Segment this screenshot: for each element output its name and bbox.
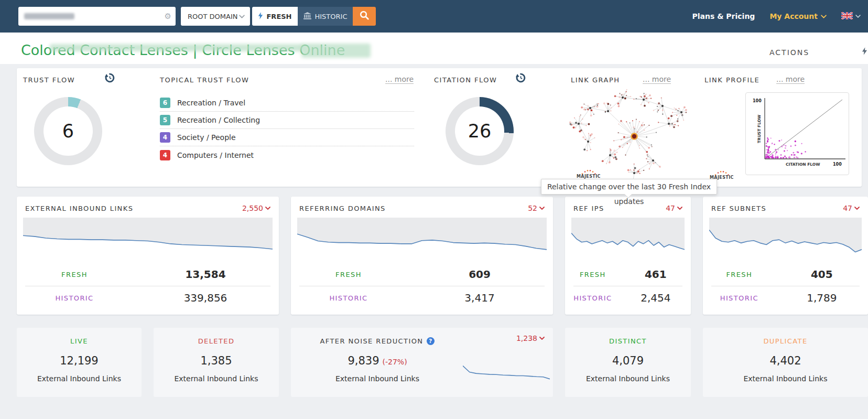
fresh-index-tooltip: Relative change over the last 30 Fresh I… xyxy=(541,179,717,195)
topic-score-badge: 5 xyxy=(160,115,170,125)
citation-flow-history-icon[interactable] xyxy=(516,73,526,85)
topic-label: Recreation / Travel xyxy=(177,99,245,107)
topical-row[interactable]: 4 Computers / Internet xyxy=(160,146,414,164)
live-links-card: LIVE 12,199 External Inbound Links xyxy=(17,328,142,397)
stat-label: DISTINCT xyxy=(609,337,647,345)
delta-dropdown[interactable]: 52 xyxy=(528,204,545,212)
trend-sparkline xyxy=(709,218,862,259)
svg-text:100: 100 xyxy=(833,162,842,167)
delta-dropdown[interactable]: 2,550 xyxy=(242,204,270,212)
historic-label: HISTORIC xyxy=(55,294,93,302)
topic-score-badge: 4 xyxy=(160,132,170,143)
topic-label: Computers / Internet xyxy=(177,151,254,159)
delta-dropdown[interactable]: 47 xyxy=(666,204,682,212)
my-account-menu[interactable]: My Account xyxy=(769,12,827,20)
chevron-down-icon xyxy=(854,207,860,210)
stat-caption: External Inbound Links xyxy=(565,374,691,383)
stat-caption: External Inbound Links xyxy=(17,374,142,383)
bank-icon xyxy=(303,12,311,21)
chevron-down-icon xyxy=(239,15,245,18)
lightning-icon xyxy=(258,12,263,21)
stat-label: DELETED xyxy=(198,337,235,345)
delta-dropdown[interactable]: 1,238 xyxy=(516,334,545,342)
stat-caption: External Inbound Links xyxy=(291,374,464,383)
link-graph-title: LINK GRAPH xyxy=(571,76,620,84)
duplicate-links-card: DUPLICATE 4,402 External Inbound Links xyxy=(703,328,868,397)
link-graph-more-link[interactable]: ... more xyxy=(643,75,671,84)
scope-select-label: ROOT DOMAIN xyxy=(188,13,237,20)
site-search-input[interactable] xyxy=(18,7,176,26)
gear-icon[interactable]: ⚙ xyxy=(165,11,171,22)
fresh-index-button[interactable]: FRESH xyxy=(252,7,298,26)
referring-domains-card: REFERRING DOMAINS 52 FRESH 609 HISTORIC … xyxy=(291,197,553,315)
stat-caption: External Inbound Links xyxy=(703,374,868,383)
stat-value: 12,199 xyxy=(17,354,142,367)
language-selector[interactable] xyxy=(841,12,861,22)
topical-trust-flow-list: 6 Recreation / Travel 5 Recreation / Col… xyxy=(160,94,414,164)
topical-row[interactable]: 5 Recreation / Collecting xyxy=(160,112,414,129)
page-header: Colored Contact Lenses | Circle Lenses O… xyxy=(0,33,868,64)
trend-sparkline xyxy=(571,218,685,259)
historic-label: HISTORIC xyxy=(573,294,612,302)
majestic-logo: MAJESTIC xyxy=(577,170,601,179)
my-account-label: My Account xyxy=(769,12,818,20)
trust-flow-value: 6 xyxy=(62,121,74,142)
search-icon xyxy=(360,10,369,22)
historic-label: HISTORIC xyxy=(720,294,758,302)
stat-label: DUPLICATE xyxy=(763,337,807,345)
link-graph-canvas xyxy=(556,84,702,181)
link-profile-chart: 100 TRUST FLOW CITATION FLOW 100 xyxy=(745,92,849,175)
card-title: REF SUBNETS xyxy=(711,205,766,212)
fresh-label: FRESH xyxy=(335,271,362,278)
noise-reduction-card: AFTER NOISE REDUCTION ? 9,839(-27%) Exte… xyxy=(291,328,553,397)
fresh-label: FRESH xyxy=(726,271,752,278)
delta-dropdown[interactable]: 47 xyxy=(843,204,860,212)
question-icon[interactable]: ? xyxy=(427,337,435,345)
trust-flow-donut: 6 xyxy=(34,97,102,165)
trust-flow-history-icon[interactable] xyxy=(105,73,115,85)
uk-flag-icon xyxy=(841,12,853,22)
historic-value: 2,454 xyxy=(641,292,670,304)
topical-row[interactable]: 6 Recreation / Travel xyxy=(160,94,414,112)
trust-flow-title: TRUST FLOW xyxy=(23,76,75,84)
stat-value: 1,385 xyxy=(154,354,279,367)
link-profile-canvas: 100 TRUST FLOW CITATION FLOW 100 xyxy=(746,93,849,175)
historic-value: 1,789 xyxy=(807,292,837,304)
scope-select[interactable]: ROOT DOMAIN xyxy=(181,7,250,26)
plans-pricing-link[interactable]: Plans & Pricing xyxy=(692,12,755,20)
actions-menu[interactable]: ACTIONS xyxy=(769,48,809,57)
fresh-value: 461 xyxy=(645,268,667,281)
card-title: EXTERNAL INBOUND LINKS xyxy=(25,205,133,212)
trend-sparkline xyxy=(23,218,273,259)
svg-text:100: 100 xyxy=(753,99,762,103)
link-profile-more-link[interactable]: ... more xyxy=(776,75,805,84)
topic-label: Society / People xyxy=(177,133,236,142)
citation-flow-title: CITATION FLOW xyxy=(434,76,497,84)
topic-label: Recreation / Collecting xyxy=(177,116,260,124)
trend-sparkline xyxy=(463,362,550,385)
site-search-box[interactable]: ⚙ xyxy=(18,7,176,26)
card-title: REF IPS xyxy=(573,205,604,212)
fresh-label: FRESH xyxy=(61,271,88,278)
ref-ips-card: REF IPS 47 FRESH 461 HISTORIC 2,454 xyxy=(565,197,691,315)
fresh-value: 609 xyxy=(469,268,491,281)
chevron-down-icon xyxy=(821,15,827,18)
historic-index-button[interactable]: HISTORIC xyxy=(298,7,353,26)
historic-button-label: HISTORIC xyxy=(315,13,348,20)
chevron-down-icon xyxy=(539,207,545,210)
trend-sparkline xyxy=(297,218,547,259)
topical-more-link[interactable]: ... more xyxy=(385,75,414,84)
stat-label: AFTER NOISE REDUCTION ? xyxy=(320,337,435,345)
citation-flow-donut: 26 xyxy=(446,97,514,165)
top-nav: ⚙ ROOT DOMAIN FRESH HISTORIC Plans & Pri… xyxy=(0,0,868,33)
topic-score-badge: 4 xyxy=(160,150,170,160)
topical-row[interactable]: 4 Society / People xyxy=(160,129,414,146)
stat-value: 4,402 xyxy=(703,354,868,367)
distinct-links-card: DISTINCT 4,079 External Inbound Links xyxy=(565,328,691,397)
chevron-down-icon xyxy=(677,207,682,210)
search-submit-button[interactable] xyxy=(353,7,376,26)
actions-icon[interactable] xyxy=(862,47,867,57)
external-inbound-links-card: EXTERNAL INBOUND LINKS 2,550 FRESH 13,58… xyxy=(17,197,279,315)
chevron-down-icon xyxy=(265,207,270,210)
nav-right: Plans & Pricing My Account xyxy=(692,0,861,33)
